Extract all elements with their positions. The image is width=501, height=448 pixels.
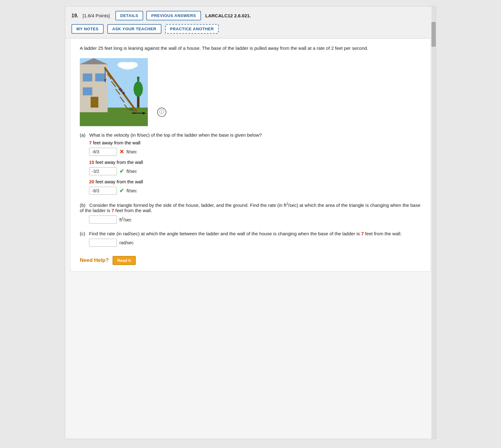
svg-rect-10 [91, 97, 98, 108]
case-2-unit: feet away from the wall [96, 160, 143, 165]
case-3-input[interactable] [89, 187, 117, 195]
case-3-distance: 20 [89, 179, 94, 184]
my-notes-button[interactable]: MY NOTES [71, 24, 104, 34]
case-1-distance-label: 7 feet away from the wall [89, 140, 421, 145]
svg-rect-7 [83, 74, 92, 81]
case-2-input[interactable] [89, 167, 117, 175]
svg-text:sec: sec [131, 111, 136, 114]
problem-text: A ladder 25 feet long is leaning against… [80, 45, 421, 52]
part-b-input[interactable] [89, 215, 117, 224]
case-2-unit-text: ft/sec [126, 169, 137, 174]
case-2-correct-icon: ✔ [119, 168, 124, 175]
svg-rect-8 [83, 87, 92, 95]
need-help-row: Need Help? Read It [80, 256, 421, 265]
scrollbar[interactable] [431, 6, 436, 439]
part-a-section: (a) What is the velocity (in ft/sec) of … [80, 132, 421, 195]
case-1-input[interactable] [89, 148, 117, 156]
points-label: [1.6/4 Points] [83, 13, 110, 18]
part-a-case-2: 15 feet away from the wall ✔ ft/sec [89, 160, 421, 175]
part-a-letter: (a) [80, 132, 88, 138]
svg-text:ft: ft [131, 108, 133, 111]
part-c-distance: 7 [361, 231, 364, 236]
svg-point-3 [118, 62, 129, 68]
part-a-case-3: 20 feet away from the wall ✔ ft/sec [89, 179, 421, 195]
case-1-distance: 7 [89, 140, 92, 145]
part-b-distance: 7 [112, 208, 114, 213]
part-b-question: Consider the triangle formed by the side… [80, 203, 420, 213]
image-area: 25 ft 2 ft sec ⓘ [80, 58, 421, 126]
part-b-answer-row: ft2/sec [89, 215, 421, 224]
previous-answers-button[interactable]: PREVIOUS ANSWERS [146, 11, 201, 20]
scrollbar-thumb[interactable] [431, 22, 436, 47]
case-3-answer-row: ✔ ft/sec [89, 187, 421, 195]
svg-point-13 [134, 81, 143, 97]
diagram-svg: 25 ft 2 ft sec [80, 58, 148, 126]
second-row: MY NOTES ASK YOUR TEACHER PRACTICE ANOTH… [71, 24, 219, 34]
case-3-unit: feet away from the wall [96, 179, 143, 184]
case-2-distance-label: 15 feet away from the wall [89, 160, 421, 165]
ladder-diagram: 25 ft 2 ft sec [80, 58, 148, 126]
svg-text:2: 2 [129, 107, 131, 111]
svg-rect-9 [95, 74, 105, 81]
details-button[interactable]: DETAILS [115, 11, 143, 20]
part-c-label: (c) Find the rate (in rad/sec) at which … [80, 231, 421, 236]
info-icon[interactable]: ⓘ [157, 108, 166, 117]
main-container: 19. [1.6/4 Points] DETAILS PREVIOUS ANSW… [65, 6, 436, 439]
question-number: 19. [71, 13, 78, 19]
practice-another-button[interactable]: PRACTICE ANOTHER [165, 24, 219, 34]
part-c-input[interactable] [89, 239, 117, 247]
case-1-unit-text: ft/sec [126, 149, 137, 154]
case-3-correct-icon: ✔ [119, 187, 124, 194]
case-3-distance-label: 20 feet away from the wall [89, 179, 421, 184]
part-a-case-1: 7 feet away from the wall ✕ ft/sec [89, 140, 421, 156]
ask-teacher-button[interactable]: ASK YOUR TEACHER [107, 24, 161, 34]
part-b-letter: (b) [80, 203, 88, 208]
case-2-answer-row: ✔ ft/sec [89, 167, 421, 175]
part-b-unit-text: ft2/sec [119, 217, 131, 222]
header-bar: 19. [1.6/4 Points] DETAILS PREVIOUS ANSW… [65, 6, 436, 38]
need-help-label: Need Help? [80, 257, 109, 263]
part-c-unit-text: rad/sec [119, 240, 134, 245]
part-b-label: (b) Consider the triangle formed by the … [80, 202, 421, 213]
part-c-section: (c) Find the rate (in rad/sec) at which … [80, 231, 421, 247]
part-c-answer-row: rad/sec [89, 239, 421, 247]
case-1-answer-row: ✕ ft/sec [89, 148, 421, 156]
case-1-wrong-icon: ✕ [119, 148, 124, 155]
part-a-label: (a) What is the velocity (in ft/sec) of … [80, 132, 421, 138]
case-3-unit-text: ft/sec [126, 188, 137, 193]
part-c-question: Find the rate (in rad/sec) at which the … [89, 231, 402, 236]
part-c-letter: (c) [80, 231, 88, 236]
course-code: LARCALC12 2.6.021. [205, 13, 251, 18]
svg-rect-11 [137, 95, 139, 108]
part-b-section: (b) Consider the triangle formed by the … [80, 202, 421, 224]
read-it-button[interactable]: Read It [113, 256, 136, 265]
case-1-unit: feet away from the wall [93, 140, 140, 145]
case-2-distance: 15 [89, 160, 94, 165]
part-a-question: What is the velocity (in ft/sec) of the … [89, 132, 262, 138]
content-area: A ladder 25 feet long is leaning against… [70, 38, 431, 271]
